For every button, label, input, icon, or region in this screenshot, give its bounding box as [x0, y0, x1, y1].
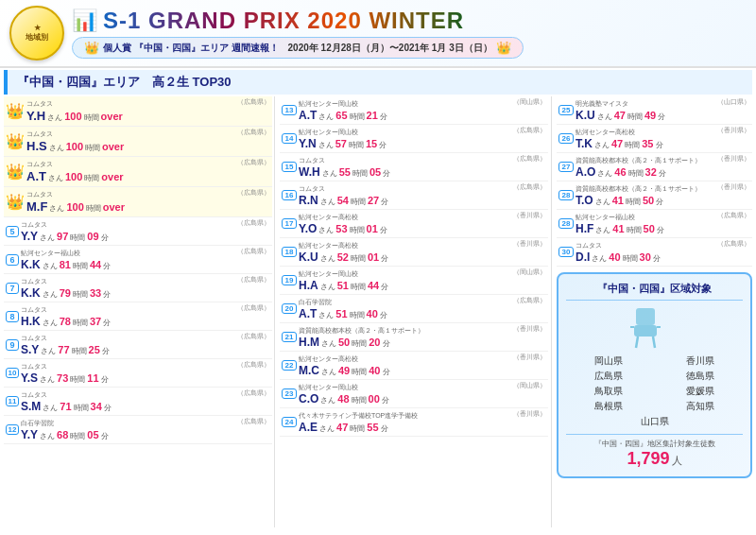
subtitle-prefix: 個人賞 — [103, 43, 131, 53]
rank-entry-28b: 28 鮎河センター福山校 H.F さん 41 時間 50 分 （広島県） — [557, 210, 752, 238]
subtitle-text: 個人賞 『中国・四国』エリア 週間速報！ — [103, 42, 279, 55]
rank-col-1: 👑 コムタス Y.H さん 100 時間 over （広島県） 👑 コムタス H… — [4, 96, 275, 527]
rank-entry-11: 11 コムタス S.M さん 71 時間 34 分 （広島県） — [4, 388, 272, 416]
rank-entry-24: 24 代々木サテライン予備校TOP進学予備校 A.E さん 47 時間 55 分… — [280, 408, 548, 437]
rank-entry-23: 23 鮎河センター岡山校 C.O さん 48 時間 00 分 （岡山県） — [280, 380, 548, 408]
region-info-box: 『中国・四国』区域対象 — [557, 272, 752, 478]
section-title: 『中国・四国』エリア 高２生 TOP30 — [4, 70, 752, 95]
rank-entry-12: 12 白石学習院 Y.Y さん 68 時間 05 分 （広島県） — [4, 416, 272, 444]
rank-entry-26: 26 鮎河センター高松校 T.K さん 47 時間 35 分 （香川県） — [557, 125, 752, 153]
rank-entry-18: 18 鮎河センター高松校 K.U さん 52 時間 01 分 （香川県） — [280, 238, 548, 267]
rank-entry-28a: 28 資質能高校都本校（高２・高１サポート） T.O さん 41 時間 50 分… — [557, 181, 752, 210]
student-count: 1,799 — [627, 449, 669, 469]
ranking-container: 👑 コムタス Y.H さん 100 時間 over （広島県） 👑 コムタス H… — [0, 96, 756, 531]
subtitle-area: 『中国・四国』エリア 週間速報！ — [134, 43, 279, 53]
chair-illustration — [566, 306, 743, 349]
rank-entry-20: 20 白石学習院 A.T さん 51 時間 40 分 （広島県） — [280, 295, 548, 323]
rank-entry-27: 27 資質能高校都本校（高２・高１サポート） A.O さん 46 時間 32 分… — [557, 153, 752, 181]
name-1: Y.H — [26, 109, 45, 123]
rank-entry-5: 5 コムタス Y.Y さん 97 時間 09 分 （広島県） — [4, 217, 272, 246]
rank-entry-7: 7 コムタス K.K さん 79 時間 33 分 （広島県） — [4, 274, 272, 302]
region-badge: ★ 地域別 — [9, 6, 64, 60]
rank-entry-6: 6 鮎河センター福山校 K.K さん 81 時間 44 分 （広島県） — [4, 246, 272, 274]
count-unit: 人 — [672, 454, 682, 468]
prefecture-grid: 岡山県 香川県 広島県 徳島県 鳥取県 愛媛県 島根県 高知県 山口県 — [566, 354, 743, 428]
rank-col-2: 13 鮎河センター岡山校 A.T さん 65 時間 21 分 （岡山県） 14 … — [277, 96, 552, 527]
date-range: 2020年 12月28日（月）〜2021年 1月 3日（日） — [288, 42, 492, 55]
region-footer: 『中国・四国』地区集計対象生徒数 1,799 人 — [566, 434, 743, 469]
crown-icon-4: 👑 — [6, 193, 25, 211]
chair-svg — [627, 306, 683, 349]
svg-line-3 — [653, 337, 655, 348]
rank-entry-21: 21 資質能高校都本校（高２・高１サポート） H.M さん 50 時間 20 分… — [280, 323, 548, 352]
rank-entry-8: 8 コムタス H.K さん 78 時間 37 分 （広島県） — [4, 302, 272, 331]
rank-entry-16: 16 コムタス R.N さん 54 時間 27 分 （広島県） — [280, 181, 548, 210]
rank-entry-22: 22 鮎河センター高松校 M.C さん 49 時間 40 分 （香川県） — [280, 352, 548, 380]
crown-icon-1: 👑 — [6, 102, 25, 120]
rank-entry-15: 15 コムタス W.H さん 55 時間 05 分 （広島県） — [280, 153, 548, 181]
badge-label: 地域別 — [26, 32, 48, 43]
rank-entry-4: 👑 コムタス M.F さん 100 時間 over （広島県） — [4, 187, 272, 217]
region-box-title: 『中国・四国』区域対象 — [566, 282, 743, 301]
rank-entry-25: 25 明光義塾マイスタ K.U さん 47 時間 49 分 （山口県） — [557, 96, 752, 125]
rank-entry-2: 👑 コムタス H.S さん 100 時間 over （広島県） — [4, 127, 272, 157]
title-icon: 📊 — [72, 9, 97, 33]
header: ★ 地域別 📊 S-1 GRAND PRIX 2020 WINTER 👑 個人賞… — [0, 0, 756, 68]
main-title: S-1 GRAND PRIX 2020 WINTER — [103, 8, 464, 34]
rank-entry-14: 14 鮎河センター岡山校 Y.N さん 57 時間 15 分 （広島県） — [280, 125, 548, 153]
rank-entry-9: 9 コムタス S.Y さん 77 時間 25 分 （広島県） — [4, 331, 272, 359]
subtitle-crown-right: 👑 — [496, 41, 511, 55]
crown-icon-3: 👑 — [6, 163, 25, 181]
rank-entry-13: 13 鮎河センター岡山校 A.T さん 65 時間 21 分 （岡山県） — [280, 96, 548, 125]
svg-rect-0 — [636, 308, 655, 325]
rank-entry-19: 19 鮎河センター岡山校 H.A さん 51 時間 44 分 （岡山県） — [280, 267, 548, 295]
title-area: 📊 S-1 GRAND PRIX 2020 WINTER 👑 個人賞 『中国・四… — [72, 8, 747, 59]
rank-entry-17: 17 鮎河センター高松校 Y.O さん 53 時間 01 分 （香川県） — [280, 210, 548, 238]
svg-rect-1 — [634, 325, 657, 337]
crown-icon-2: 👑 — [6, 132, 25, 150]
rank-entry-1: 👑 コムタス Y.H さん 100 時間 over （広島県） — [4, 96, 272, 127]
rank-col-3: 25 明光義塾マイスタ K.U さん 47 時間 49 分 （山口県） 26 鮎… — [554, 96, 752, 527]
school-1: コムタス — [26, 99, 270, 109]
rank-entry-30: 30 コムタス D.I さん 40 時間 30 分 （広島県） — [557, 238, 752, 267]
svg-line-2 — [636, 337, 638, 348]
subtitle-crown-left: 👑 — [84, 41, 99, 55]
rank-entry-3: 👑 コムタス A.T さん 100 時間 over （広島県） — [4, 157, 272, 187]
rank-entry-10: 10 コムタス Y.S さん 73 時間 11 分 （広島県） — [4, 359, 272, 388]
